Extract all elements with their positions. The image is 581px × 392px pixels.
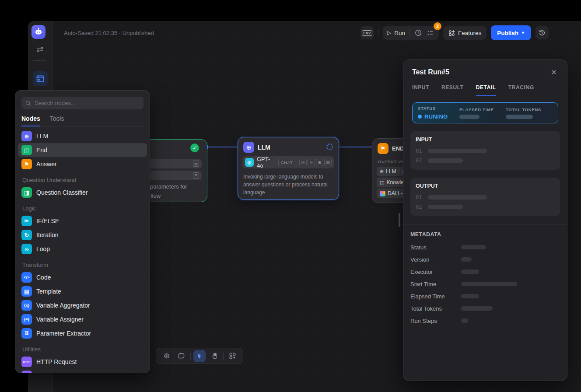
node-item-loop[interactable]: ∞Loop: [18, 242, 147, 256]
preferences-icon[interactable]: [35, 45, 45, 54]
node-item-variable-assigner[interactable]: {=}Variable Assigner: [18, 312, 147, 326]
canvas-toolbar: ⊕: [156, 348, 243, 364]
version-history-button[interactable]: [536, 26, 549, 39]
node-item-label: List Operator: [36, 372, 72, 373]
node-section-label: Question Understand: [22, 177, 143, 183]
metadata-label: Version: [410, 256, 461, 263]
features-button[interactable]: Features: [443, 26, 486, 40]
run-panel-tabs: INPUTRESULTDETAILTRACING: [403, 77, 567, 96]
node-item-label: Loop: [36, 245, 50, 252]
run-history-icon[interactable]: [414, 29, 422, 37]
llm-node[interactable]: ⊕ LLM ⊛ GPT-4o CHAT ◎∿⊞▤ Invoking large …: [238, 137, 339, 200]
running-spinner-icon: [326, 144, 333, 150]
status-label: STATUS: [418, 106, 459, 111]
run-panel-tab-detail[interactable]: DETAIL: [476, 84, 496, 96]
metadata-value-skeleton: [461, 318, 468, 323]
run-panel-tab-input[interactable]: INPUT: [412, 84, 429, 96]
metadata-value-skeleton: [461, 294, 479, 298]
success-check-icon: ✓: [190, 144, 199, 152]
hand-tool-button[interactable]: [208, 350, 220, 362]
template-icon: ▤: [21, 286, 32, 297]
metadata-title: METADATA: [410, 231, 560, 238]
value-skeleton: [428, 149, 487, 153]
end-node-icon: ⚑: [378, 143, 388, 154]
input-card-title: INPUT: [416, 136, 555, 143]
node-item-code[interactable]: </>Code: [18, 270, 147, 284]
output-card: OUTPUT 0102: [410, 178, 560, 216]
code-icon: </>: [21, 272, 32, 283]
node-item-parameter-extractor[interactable]: ⠿Parameter Extractor: [18, 326, 147, 340]
node-item-variable-aggregator[interactable]: {x}Variable Aggregator: [18, 298, 147, 312]
metadata-row: Total Tokens: [410, 302, 560, 315]
node-item-answer[interactable]: ⚑Answer: [18, 157, 147, 171]
node-item-end[interactable]: ◫End: [18, 143, 147, 157]
value-skeleton: [428, 158, 463, 163]
pointer-tool-button[interactable]: [193, 350, 206, 362]
run-panel-tab-tracing[interactable]: TRACING: [508, 84, 534, 96]
node-section-label: Logic: [22, 205, 143, 212]
end-icon: ◫: [21, 145, 32, 155]
model-selector[interactable]: ⊛ GPT-4o CHAT ◎∿⊞▤: [242, 156, 334, 168]
checklist-badge: 2: [434, 22, 441, 30]
answer-icon: ⚑: [21, 159, 32, 169]
node-item-label: HTTP Request: [36, 358, 77, 365]
node-panel-tab-nodes[interactable]: Nodes: [21, 115, 40, 126]
search-box[interactable]: [21, 97, 144, 109]
iteration-icon: ↻: [21, 230, 32, 240]
toolbar-divider: [223, 353, 224, 360]
node-panel-tab-tools[interactable]: Tools: [50, 115, 64, 126]
env-variables-button[interactable]: ENV: [360, 26, 374, 39]
output-line: 02: [416, 204, 555, 210]
node-item-label: Template: [36, 288, 61, 295]
add-node-button[interactable]: ⊕: [161, 350, 173, 362]
node-item-list-operator[interactable]: ▽List Operator: [18, 369, 147, 373]
chat-mode-badge: CHAT: [278, 159, 295, 166]
organize-nodes-button[interactable]: [226, 350, 238, 362]
input-line: 02: [416, 158, 555, 164]
llm-node-icon: ⊕: [243, 142, 254, 153]
dalle-icon: [380, 191, 385, 196]
elapsed-skeleton: [459, 115, 480, 119]
run-button[interactable]: ▷ Run: [387, 30, 405, 36]
model-name: GPT-4o: [257, 156, 275, 169]
publish-button[interactable]: Publish ▼: [491, 25, 531, 40]
checklist-icon[interactable]: [427, 29, 434, 37]
node-item-question-classifier[interactable]: ◨Question Classifier: [18, 186, 147, 200]
metadata-value-skeleton: [461, 282, 517, 286]
metadata-row: Run Steps: [410, 315, 560, 327]
variable-name: LLM: [386, 168, 396, 175]
metadata-rows: StatusVersionExecutorStart TimeElapsed T…: [410, 241, 560, 327]
node-section-label: Transform: [22, 262, 143, 268]
run-panel-tab-result[interactable]: RESULT: [441, 84, 464, 96]
close-icon[interactable]: ✕: [550, 68, 558, 77]
add-note-button[interactable]: [175, 350, 188, 362]
elapsed-time-label: ELAPSED TIME: [459, 107, 506, 112]
app-logo-icon[interactable]: [32, 25, 46, 39]
workflow-view-button[interactable]: [33, 71, 48, 86]
node-item-iteration[interactable]: ↻Iteration: [18, 228, 147, 242]
node-item-label: LLM: [36, 133, 48, 140]
tokens-skeleton: [506, 115, 533, 119]
paragraph-icon: ⧉: [193, 172, 199, 178]
panel-divider: [403, 224, 567, 224]
search-nodes-input[interactable]: [35, 100, 140, 106]
start-node-description: parameters for flow: [150, 182, 187, 201]
llm-node-title: LLM: [258, 144, 270, 151]
slash-separator: /: [399, 168, 400, 175]
node-item-label: Variable Assigner: [36, 316, 84, 323]
node-item-llm[interactable]: ⊕LLM: [18, 129, 147, 143]
node-item-if-else[interactable]: ⋔IF/ELSE: [18, 214, 147, 228]
metadata-row: Executor: [410, 266, 560, 278]
panel-scrollbar-thumb[interactable]: [399, 213, 400, 227]
metadata-label: Total Tokens: [410, 305, 461, 312]
value-skeleton: [428, 205, 463, 209]
node-item-label: Code: [36, 274, 51, 281]
short-text-icon: ▤: [193, 161, 199, 167]
openai-icon: ⊛: [245, 158, 254, 167]
parameter-extractor-icon: ⠿: [21, 328, 32, 339]
node-panel-tabs: NodesTools: [21, 115, 144, 126]
audio-icon: ∿: [308, 159, 315, 166]
node-item-template[interactable]: ▤Template: [18, 284, 147, 298]
env-icon: ENV: [362, 30, 372, 36]
node-item-http-request[interactable]: HTTPHTTP Request: [18, 355, 147, 369]
